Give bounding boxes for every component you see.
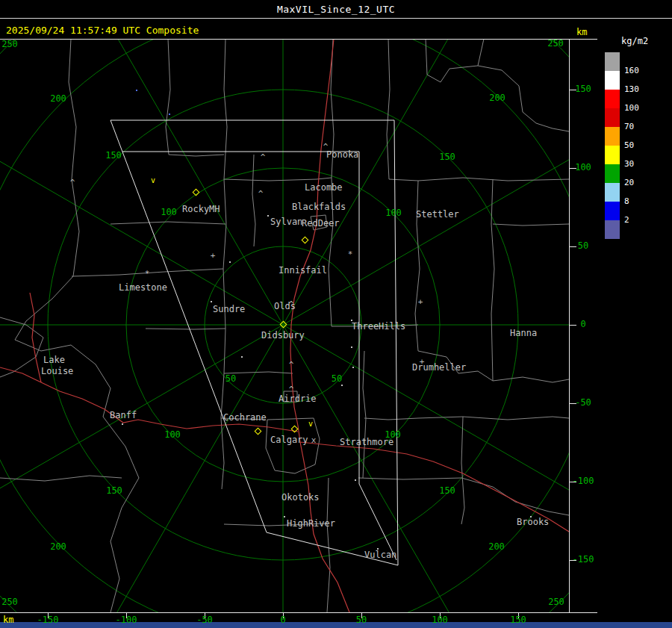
right-axis-unit-label: km xyxy=(576,27,587,37)
colorbar-swatch-yellow xyxy=(605,146,620,164)
range-ring-label: 50 xyxy=(332,373,342,384)
city-label-rockymh: RockyMH xyxy=(182,204,220,214)
bottom-axis-tick xyxy=(283,613,284,618)
colorbar-value-label: 8 xyxy=(624,196,629,207)
storm-marker: v xyxy=(308,420,313,428)
town-dot-marker xyxy=(351,320,352,321)
colorbar-unit-label: kg/m2 xyxy=(621,36,648,46)
city-label-cochrane: Cochrane xyxy=(223,412,267,423)
town-dot-marker xyxy=(377,548,379,550)
right-axis-tick xyxy=(570,560,576,561)
city-label-innisfail: Innisfail xyxy=(279,265,327,276)
range-ring-label: 150 xyxy=(105,150,122,161)
window-title: MaxVIL_Since_12_UTC xyxy=(277,4,395,15)
city-label-sylvan: Sylvan xyxy=(270,217,302,227)
city-label-lacombe: Lacombe xyxy=(305,182,343,193)
town-symbol-marker: + xyxy=(418,297,423,307)
town-dot-marker xyxy=(341,385,343,386)
city-label-calgary: Calgary xyxy=(270,435,308,445)
colorbar-swatch-blue xyxy=(605,202,620,220)
colorbar-swatch-light-blue xyxy=(605,183,620,202)
right-axis-label: 100 xyxy=(572,162,594,172)
title-bar[interactable]: MaxVIL_Since_12_UTC xyxy=(0,0,672,19)
blue-dot-marker xyxy=(136,90,137,91)
town-symbol-marker: * xyxy=(348,249,353,259)
town-dot-marker xyxy=(355,479,356,481)
range-ring-label: 100 xyxy=(161,207,177,217)
city-label-airdrie: Airdrie xyxy=(279,394,317,404)
city-label-lake: Lake xyxy=(43,355,65,365)
bottom-scrollbar[interactable] xyxy=(0,622,672,628)
city-label-threehills: ThreeHills xyxy=(352,321,405,332)
right-axis-label: -50 xyxy=(572,397,594,408)
storm-marker: v xyxy=(151,176,155,184)
city-label-vulcan: Vulcan xyxy=(364,550,396,560)
city-label-okotoks: Okotoks xyxy=(281,492,320,503)
city-label-ponoka: Ponoka xyxy=(326,149,358,160)
right-axis-tick xyxy=(570,403,576,404)
blue-dot-marker xyxy=(169,114,170,115)
town-dot-marker xyxy=(241,356,243,358)
city-label-reddeer: RedDeer xyxy=(302,218,340,228)
right-axis-label: -150 xyxy=(572,554,594,565)
right-axis-label: 0 xyxy=(572,319,594,329)
colorbar-value-label: 2 xyxy=(624,215,629,226)
timestamp-label: 2025/09/24 11:57:49 UTC Composite xyxy=(6,25,199,36)
city-label-blackfalds: Blackfalds xyxy=(292,202,346,212)
city-label-brooks: Brooks xyxy=(517,517,549,527)
colorbar-value-label: 100 xyxy=(624,103,639,114)
range-ring-label: 200 xyxy=(488,541,505,552)
town-dot-marker xyxy=(352,367,354,368)
colorbar-value-label: 130 xyxy=(624,84,639,95)
colorbar-value-label: 30 xyxy=(624,159,634,170)
colorbar-value-label: 70 xyxy=(624,122,634,132)
city-label-limestone: Limestone xyxy=(119,282,167,293)
radar-site-marker xyxy=(193,189,200,196)
right-axis-line xyxy=(569,39,570,613)
radar-map[interactable]: 2502001501002502001501005050100100150150… xyxy=(0,39,569,612)
colorbar: 1601301007050302082 xyxy=(605,52,665,240)
colorbar-swatch-red-dark xyxy=(605,108,620,127)
right-axis-tick xyxy=(570,168,576,169)
colorbar-swatch-red-bright xyxy=(605,90,620,108)
right-axis-tick xyxy=(570,90,576,90)
right-axis-tick xyxy=(570,482,576,482)
town-dot-marker xyxy=(122,423,123,425)
radar-site-marker xyxy=(291,426,299,433)
right-axis-label: 150 xyxy=(572,84,594,94)
bottom-axis-tick xyxy=(126,613,127,618)
city-label-didsbury: Didsbury xyxy=(261,330,305,341)
range-ring-label: 50 xyxy=(225,373,236,384)
range-ring-label: 150 xyxy=(106,485,122,496)
town-symbol-marker: ^ xyxy=(261,152,266,162)
bottom-axis-tick xyxy=(205,613,205,618)
town-symbol-marker: ^ xyxy=(289,299,294,309)
right-axis-label: -100 xyxy=(572,476,594,486)
city-label-hanna: Hanna xyxy=(510,328,537,338)
city-label-highriver: HighRiver xyxy=(287,518,335,529)
town-dot-marker xyxy=(351,346,352,348)
radar-app-window: MaxVIL_Since_12_UTC 2025/09/24 11:57:49 … xyxy=(0,0,672,628)
town-symbol-marker: ^ xyxy=(289,360,294,370)
radar-site-marker xyxy=(255,428,262,435)
city-label-strathmore: Strathmore xyxy=(340,437,393,447)
colorbar-value-label: 50 xyxy=(624,140,634,151)
range-ring-label: 150 xyxy=(439,152,455,162)
bottom-axis-tick xyxy=(48,613,49,618)
city-label-sundre: Sundre xyxy=(213,304,245,314)
bottom-axis-unit-label: km xyxy=(3,615,13,625)
colorbar-value-label: 20 xyxy=(624,178,634,188)
range-ring-label: 250 xyxy=(547,39,564,49)
colorbar-swatch-green xyxy=(605,164,620,183)
city-label-stettler: Stettler xyxy=(416,209,459,220)
town-dot-marker xyxy=(267,215,269,217)
bottom-axis-line xyxy=(0,612,597,613)
colorbar-swatch-white xyxy=(605,71,620,90)
colorbar-swatch-slate-blue xyxy=(605,220,620,239)
range-ring-label: 200 xyxy=(50,541,66,552)
right-axis-tick xyxy=(570,246,576,247)
town-symbol-marker: * xyxy=(145,269,150,279)
right-axis-tick xyxy=(570,325,576,326)
town-symbol-marker: ^ xyxy=(258,189,264,199)
bottom-axis-tick xyxy=(518,613,519,618)
